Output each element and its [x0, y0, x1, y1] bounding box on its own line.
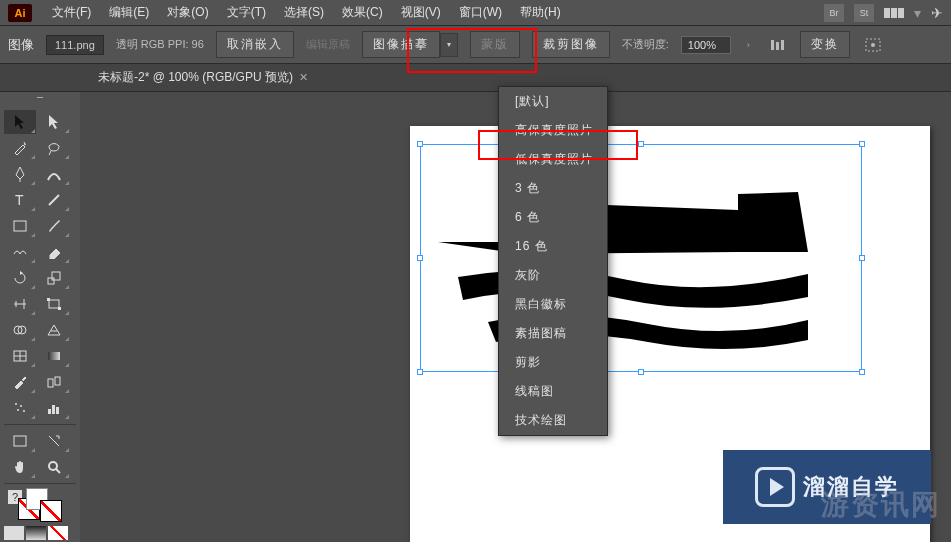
artboard-tool[interactable]: [4, 429, 36, 453]
trace-preset-item[interactable]: 6 色: [499, 203, 607, 232]
svg-rect-11: [47, 298, 50, 301]
trace-preset-item[interactable]: 线稿图: [499, 377, 607, 406]
eyedropper-tool[interactable]: [4, 370, 36, 394]
selection-handle[interactable]: [638, 369, 644, 375]
none-mode-icon[interactable]: [48, 526, 68, 540]
trace-preset-item[interactable]: 黑白徽标: [499, 290, 607, 319]
ai-logo: Ai: [8, 4, 32, 22]
magic-wand-tool[interactable]: [4, 136, 36, 160]
selection-handle[interactable]: [859, 255, 865, 261]
scale-tool[interactable]: [38, 266, 70, 290]
shape-builder-tool[interactable]: [4, 318, 36, 342]
crop-image-button[interactable]: 裁剪图像: [532, 31, 610, 58]
trace-preset-item[interactable]: 16 色: [499, 232, 607, 261]
color-mode-icon[interactable]: [4, 526, 24, 540]
svg-point-29: [49, 462, 57, 470]
zoom-tool[interactable]: [38, 455, 70, 479]
svg-rect-28: [14, 436, 26, 446]
svg-line-30: [56, 469, 60, 473]
trace-preset-item[interactable]: 3 色: [499, 174, 607, 203]
close-tab-icon[interactable]: ✕: [299, 71, 308, 84]
panel-grip-icon[interactable]: [4, 96, 76, 106]
mesh-tool[interactable]: [4, 344, 36, 368]
menu-edit[interactable]: 编辑(E): [101, 0, 157, 25]
transform-button[interactable]: 变换: [800, 31, 850, 58]
line-segment-tool[interactable]: [38, 188, 70, 212]
curvature-tool[interactable]: [38, 162, 70, 186]
trace-preset-item[interactable]: 高保真度照片: [499, 116, 607, 145]
trace-preset-item[interactable]: 灰阶: [499, 261, 607, 290]
document-tab[interactable]: 未标题-2* @ 100% (RGB/GPU 预览) ✕: [88, 64, 318, 91]
edit-original-button: 编辑原稿: [306, 37, 350, 52]
svg-point-22: [20, 405, 22, 407]
rectangle-tool[interactable]: [4, 214, 36, 238]
selection-handle[interactable]: [417, 141, 423, 147]
stroke-none-swatch[interactable]: [40, 500, 62, 522]
column-graph-tool[interactable]: [38, 396, 70, 420]
selection-handle[interactable]: [417, 369, 423, 375]
trace-preset-item[interactable]: 剪影: [499, 348, 607, 377]
blend-tool[interactable]: [38, 370, 70, 394]
mask-button[interactable]: 蒙版: [470, 31, 520, 58]
hand-tool[interactable]: [4, 455, 36, 479]
fill-stroke-swatches[interactable]: ?: [4, 488, 76, 522]
opacity-field[interactable]: 100%: [681, 36, 731, 54]
selection-tool[interactable]: [4, 110, 36, 134]
watermark-faded-text: 游资讯网: [821, 486, 941, 524]
selection-handle[interactable]: [638, 141, 644, 147]
image-info-label: 透明 RGB PPI: 96: [116, 37, 204, 52]
perspective-grid-tool[interactable]: [38, 318, 70, 342]
menu-select[interactable]: 选择(S): [276, 0, 332, 25]
symbol-sprayer-tool[interactable]: [4, 396, 36, 420]
shaper-tool[interactable]: [4, 240, 36, 264]
menu-window[interactable]: 窗口(W): [451, 0, 510, 25]
menu-file[interactable]: 文件(F): [44, 0, 99, 25]
unembed-button[interactable]: 取消嵌入: [216, 31, 294, 58]
play-icon: [755, 467, 795, 507]
gradient-tool[interactable]: [38, 344, 70, 368]
image-trace-dropdown-button[interactable]: ▾: [440, 33, 458, 57]
width-tool[interactable]: [4, 292, 36, 316]
image-trace-button[interactable]: 图像描摹: [362, 31, 440, 58]
trace-preset-item[interactable]: 低保真度照片: [499, 145, 607, 174]
opacity-caret-icon[interactable]: ›: [743, 40, 754, 50]
selection-handle[interactable]: [859, 369, 865, 375]
svg-rect-2: [781, 40, 784, 50]
selection-handle[interactable]: [859, 141, 865, 147]
svg-rect-8: [48, 278, 54, 284]
linked-file-box[interactable]: 111.png: [46, 35, 104, 55]
gradient-mode-icon[interactable]: [26, 526, 46, 540]
menu-type[interactable]: 文字(T): [219, 0, 274, 25]
filename-label: 111.png: [55, 39, 95, 51]
selection-handle[interactable]: [417, 255, 423, 261]
opacity-label: 不透明度:: [622, 37, 669, 52]
svg-rect-1: [776, 42, 779, 50]
slice-tool[interactable]: [38, 429, 70, 453]
trace-preset-item[interactable]: 技术绘图: [499, 406, 607, 435]
menu-effect[interactable]: 效果(C): [334, 0, 391, 25]
type-tool[interactable]: T: [4, 188, 36, 212]
menu-view[interactable]: 视图(V): [393, 0, 449, 25]
isolate-icon[interactable]: [862, 35, 884, 55]
svg-point-21: [15, 403, 17, 405]
menu-help[interactable]: 帮助(H): [512, 0, 569, 25]
arrange-documents-icon[interactable]: [884, 8, 904, 18]
bridge-icon[interactable]: Br: [824, 4, 844, 22]
pen-tool[interactable]: [4, 162, 36, 186]
free-transform-tool[interactable]: [38, 292, 70, 316]
eraser-tool[interactable]: [38, 240, 70, 264]
svg-point-4: [871, 43, 875, 47]
rotate-tool[interactable]: [4, 266, 36, 290]
menu-object[interactable]: 对象(O): [159, 0, 216, 25]
stock-icon[interactable]: St: [854, 4, 874, 22]
svg-rect-9: [52, 272, 60, 280]
paintbrush-tool[interactable]: [38, 214, 70, 238]
direct-selection-tool[interactable]: [38, 110, 70, 134]
align-icon[interactable]: [766, 35, 788, 55]
gpu-preview-icon[interactable]: ✈: [931, 5, 943, 21]
svg-rect-27: [56, 407, 59, 414]
lasso-tool[interactable]: [38, 136, 70, 160]
trace-preset-item[interactable]: 素描图稿: [499, 319, 607, 348]
dropdown-caret-icon[interactable]: ▾: [914, 5, 921, 21]
trace-preset-item[interactable]: [默认]: [499, 87, 607, 116]
